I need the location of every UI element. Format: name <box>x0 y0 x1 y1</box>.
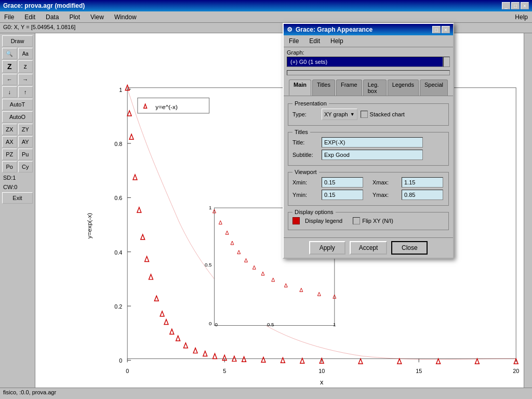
po-button[interactable]: Po <box>2 161 17 172</box>
pu-button[interactable]: Pu <box>18 149 33 160</box>
tab-legends[interactable]: Legends <box>388 79 419 96</box>
svg-text:0.6: 0.6 <box>114 195 122 201</box>
presentation-fieldset: Presentation Type: XY graph ▼ Stacked ch… <box>288 100 449 126</box>
graph-listbox-scrollbar[interactable] <box>443 57 450 67</box>
right-button[interactable]: → <box>18 74 33 85</box>
stacked-checkbox[interactable] <box>361 111 368 118</box>
zx-button[interactable]: ZX <box>2 124 17 135</box>
xmin-row: Xmin: Xmax: <box>292 177 444 188</box>
titles-fieldset: Titles Title: Subtitle: <box>288 129 449 166</box>
ymax-label: Ymax: <box>373 192 398 198</box>
type-dropdown[interactable]: XY graph ▼ <box>322 109 357 120</box>
accept-button[interactable]: Accept <box>350 241 388 255</box>
minimize-button[interactable]: _ <box>502 2 510 9</box>
display-legend-label: Display legend <box>305 218 342 224</box>
zoom-out-button[interactable]: z <box>18 60 33 73</box>
graph-section: Graph: (+) G0 (1 sets) <box>287 49 450 67</box>
ax-button[interactable]: AX <box>2 136 17 148</box>
svg-text:0: 0 <box>126 368 129 374</box>
menu-data[interactable]: Data <box>44 12 61 22</box>
graph-section-label: Graph: <box>287 49 450 56</box>
ymin-row: Ymin: Ymax: <box>292 190 444 200</box>
text-button[interactable]: Aa <box>18 48 33 59</box>
search-button[interactable]: 🔍 <box>2 48 17 59</box>
stacked-checkbox-row: Stacked chart <box>361 111 405 118</box>
display-options-legend: Display options <box>292 209 336 215</box>
left-toolbar: Draw 🔍 Aa Z z ← → ↓ ↑ AutoT AutoO ZX ZY … <box>0 33 35 388</box>
dialog-close-button[interactable]: × <box>442 26 450 33</box>
menu-view[interactable]: View <box>88 12 106 22</box>
flip-xy-checkbox[interactable] <box>353 217 360 224</box>
viewport-fieldset: Viewport Xmin: Xmax: Ymin: Ymax: <box>288 169 449 206</box>
tab-leg-box[interactable]: Leg. box <box>363 79 387 96</box>
svg-text:0: 0 <box>215 322 218 327</box>
coords-text: G0: X, Y = [5.04954, 1.0816] <box>3 24 75 30</box>
tab-special[interactable]: Special <box>420 79 448 96</box>
exit-button[interactable]: Exit <box>2 192 33 204</box>
ay-button[interactable]: AY <box>18 136 33 148</box>
dialog-controls[interactable]: □ × <box>432 26 450 33</box>
legend-color-indicator <box>292 217 300 224</box>
dialog-menu-edit[interactable]: Edit <box>307 36 322 46</box>
svg-text:0: 0 <box>119 357 122 364</box>
xmax-input[interactable] <box>402 177 443 188</box>
right-scrollbar[interactable] <box>524 33 532 388</box>
xmin-input[interactable] <box>322 177 363 188</box>
svg-text:1: 1 <box>333 322 336 327</box>
xmin-label: Xmin: <box>292 179 318 185</box>
autot-button[interactable]: AutoT <box>2 99 33 110</box>
menu-window[interactable]: Window <box>112 12 139 22</box>
dialog-menu-help[interactable]: Help <box>328 36 345 46</box>
zoom-in-button[interactable]: Z <box>2 60 17 73</box>
dialog-menu-file[interactable]: File <box>287 36 301 46</box>
dialog-tabs: Main Titles Frame Leg. box Legends Speci… <box>287 77 450 96</box>
dropdown-arrow-icon: ▼ <box>350 112 355 117</box>
close-button-dialog[interactable]: Close <box>391 241 428 255</box>
close-button[interactable]: × <box>521 2 529 9</box>
window-controls[interactable]: _ □ × <box>502 2 529 9</box>
svg-text:y=e^(-x): y=e^(-x) <box>155 103 178 111</box>
type-row: Type: XY graph ▼ Stacked chart <box>292 109 444 120</box>
menu-edit[interactable]: Edit <box>22 12 37 22</box>
zy-button[interactable]: ZY <box>18 124 33 135</box>
svg-text:0.5: 0.5 <box>205 262 212 268</box>
tab-frame[interactable]: Frame <box>336 79 362 96</box>
sd-label: SD:1 <box>2 174 33 182</box>
title-row: Title: <box>292 137 444 148</box>
dialog-maximize-button[interactable]: □ <box>432 26 441 33</box>
subtitle-input[interactable] <box>322 150 423 160</box>
draw-button[interactable]: Draw <box>2 35 33 47</box>
svg-text:10: 10 <box>318 368 325 374</box>
svg-text:20: 20 <box>513 368 519 374</box>
dialog-title: ⚙ Grace: Graph Appearance <box>287 26 373 33</box>
menubar: File Edit Data Plot View Window Help <box>0 11 532 23</box>
statusbar: fisico, :0.0, prova.agr <box>0 388 532 399</box>
display-legend-row: Display legend Flip XY (N/I) <box>292 217 444 224</box>
apply-button[interactable]: Apply <box>309 241 345 255</box>
menu-file[interactable]: File <box>2 12 16 22</box>
maximize-button[interactable]: □ <box>511 2 520 9</box>
title-input[interactable] <box>322 137 423 148</box>
ymax-input[interactable] <box>402 190 443 200</box>
down-button[interactable]: ↓ <box>2 86 17 98</box>
title-label: Title: <box>292 139 318 145</box>
cy-button[interactable]: Cy <box>18 161 33 172</box>
ymin-label: Ymin: <box>292 192 318 198</box>
pz-button[interactable]: PZ <box>2 149 17 160</box>
svg-text:0.2: 0.2 <box>114 303 122 310</box>
menu-plot[interactable]: Plot <box>67 12 82 22</box>
dialog-menubar: File Edit Help <box>284 35 453 47</box>
tab-main[interactable]: Main <box>289 79 311 96</box>
ymin-input[interactable] <box>322 190 363 200</box>
dialog-tab-content: Presentation Type: XY graph ▼ Stacked ch… <box>284 96 453 237</box>
left-button[interactable]: ← <box>2 74 17 85</box>
graph-listbox[interactable]: (+) G0 (1 sets) <box>287 57 443 67</box>
autoo-button[interactable]: AutoO <box>2 111 33 123</box>
menu-help[interactable]: Help <box>513 12 530 22</box>
presentation-legend: Presentation <box>292 100 329 107</box>
svg-text:1: 1 <box>209 205 211 210</box>
dialog-icon: ⚙ <box>287 26 292 33</box>
graph-hscrollbar[interactable] <box>287 70 450 75</box>
tab-titles[interactable]: Titles <box>312 79 335 96</box>
up-button[interactable]: ↑ <box>18 86 33 98</box>
